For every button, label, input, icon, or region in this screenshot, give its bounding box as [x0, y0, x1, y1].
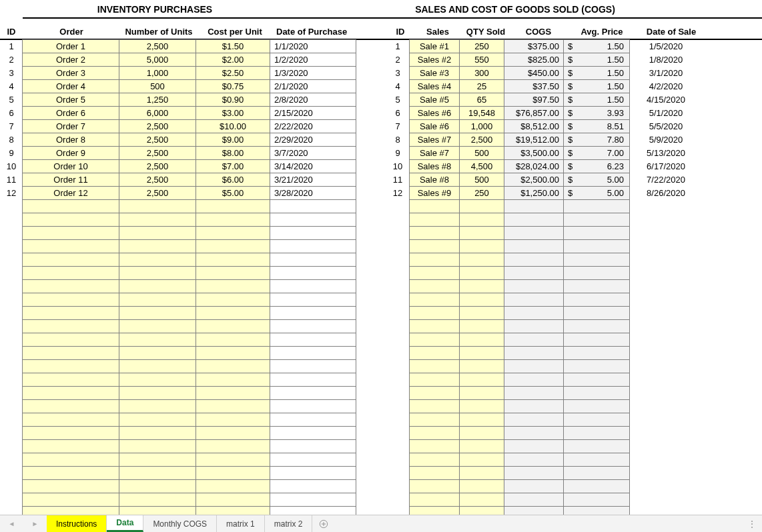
cell-id2[interactable] [386, 440, 410, 453]
cell-cost[interactable] [196, 239, 270, 253]
cell-avg-price[interactable] [563, 266, 630, 280]
cell-order[interactable]: Order 2 [22, 53, 119, 67]
cell-cost[interactable]: $5.00 [196, 186, 270, 200]
cell-cost[interactable] [196, 439, 270, 453]
cell-id2[interactable]: 9 [386, 147, 410, 160]
cell-date-purchase[interactable] [270, 506, 356, 515]
cell-id2[interactable] [386, 427, 410, 440]
cell-units[interactable]: 500 [119, 79, 196, 93]
cell-order[interactable]: Order 11 [22, 173, 119, 187]
cell-id[interactable]: 10 [0, 160, 23, 173]
cell-sale[interactable] [409, 279, 460, 293]
cell-qty[interactable]: 550 [459, 53, 504, 67]
hdr-id[interactable]: ID [0, 25, 23, 39]
hdr-date-purchase[interactable]: Date of Purchase [272, 25, 359, 39]
cell-date-purchase[interactable]: 2/29/2020 [270, 133, 356, 147]
cell-units[interactable] [119, 493, 196, 507]
cell-qty[interactable]: 4,500 [459, 159, 504, 173]
cell-cost[interactable] [196, 413, 270, 427]
cell-id[interactable]: 8 [0, 133, 23, 147]
cell-avg-price[interactable]: $1.50 [563, 66, 630, 80]
hdr-order[interactable]: Order [23, 25, 120, 39]
cell-date-sale[interactable]: 4/15/2020 [630, 93, 702, 107]
cell-order[interactable] [22, 506, 119, 515]
cell-date-purchase[interactable] [270, 306, 356, 320]
cell-qty[interactable]: 65 [459, 93, 504, 107]
cell-date-purchase[interactable] [270, 213, 356, 227]
cell-id[interactable]: 5 [0, 93, 23, 107]
cell-id[interactable]: 7 [0, 120, 23, 133]
cell-cost[interactable] [196, 266, 270, 280]
cell-date-purchase[interactable]: 2/1/2020 [270, 79, 356, 93]
cell-order[interactable] [22, 359, 119, 373]
cell-sale[interactable] [409, 413, 460, 427]
tab-monthly-cogs[interactable]: Monthly COGS [143, 515, 217, 532]
cell-avg-price[interactable] [563, 479, 630, 493]
cell-id2[interactable] [386, 200, 410, 213]
cell-id2[interactable] [386, 320, 410, 333]
cell-avg-price[interactable] [563, 333, 630, 347]
cell-order[interactable] [22, 413, 119, 427]
cell-cost[interactable]: $2.50 [196, 66, 270, 80]
cell-order[interactable]: Order 1 [22, 39, 119, 53]
cell-id[interactable]: 4 [0, 80, 23, 93]
cell-avg-price[interactable] [563, 453, 630, 467]
cell-date-purchase[interactable] [270, 373, 356, 387]
cell-avg-price[interactable]: $1.50 [563, 39, 630, 53]
cell-sale[interactable] [409, 386, 460, 400]
cell-date-purchase[interactable] [270, 466, 356, 480]
table-row[interactable] [0, 480, 762, 493]
cell-date-purchase[interactable] [270, 453, 356, 467]
hdr-cogs[interactable]: COGS [508, 25, 568, 39]
cell-id2[interactable]: 11 [386, 173, 410, 187]
cell-cogs[interactable] [504, 426, 564, 440]
cell-date-purchase[interactable]: 3/28/2020 [270, 186, 356, 200]
cell-cogs[interactable]: $3,500.00 [504, 146, 564, 160]
cell-cogs[interactable]: $28,024.00 [504, 159, 564, 173]
tab-instructions[interactable]: Instructions [47, 515, 107, 532]
table-row[interactable]: 3Order 31,000$2.501/3/20203Sale #3300$45… [0, 67, 762, 80]
cell-units[interactable]: 5,000 [119, 53, 196, 67]
hdr-units[interactable]: Number of Units [120, 25, 198, 39]
cell-id2[interactable] [386, 213, 410, 227]
cell-order[interactable] [22, 466, 119, 480]
cell-id2[interactable] [386, 267, 410, 280]
cell-id[interactable] [0, 307, 23, 320]
cell-cost[interactable]: $7.00 [196, 159, 270, 173]
cell-date-purchase[interactable] [270, 199, 356, 213]
cell-avg-price[interactable]: $6.23 [563, 159, 630, 173]
cell-avg-price[interactable]: $5.00 [563, 186, 630, 200]
cell-cogs[interactable] [504, 213, 564, 227]
cell-sale[interactable] [409, 359, 460, 373]
cell-date-purchase[interactable] [270, 239, 356, 253]
cell-sale[interactable] [409, 293, 460, 307]
cell-cogs[interactable] [504, 359, 564, 373]
cell-order[interactable] [22, 213, 119, 227]
cell-date-sale[interactable] [630, 307, 702, 320]
cell-id[interactable] [0, 440, 23, 453]
cell-units[interactable] [119, 319, 196, 333]
cell-sale[interactable]: Sales #4 [409, 79, 460, 93]
cell-cogs[interactable] [504, 346, 564, 360]
cell-units[interactable]: 2,500 [119, 186, 196, 200]
cell-date-sale[interactable] [630, 280, 702, 293]
hdr-cost[interactable]: Cost per Unit [198, 25, 272, 39]
cell-cost[interactable]: $0.90 [196, 93, 270, 107]
cell-order[interactable] [22, 453, 119, 467]
table-row[interactable] [0, 293, 762, 307]
cell-avg-price[interactable] [563, 306, 630, 320]
cell-sale[interactable]: Sale #3 [409, 66, 460, 80]
cell-cogs[interactable] [504, 479, 564, 493]
tab-matrix-1[interactable]: matrix 1 [217, 515, 265, 532]
table-row[interactable] [0, 280, 762, 293]
cell-avg-price[interactable] [563, 426, 630, 440]
cell-date-sale[interactable] [630, 400, 702, 413]
cell-date-purchase[interactable] [270, 346, 356, 360]
cell-id2[interactable]: 4 [386, 80, 410, 93]
cell-id[interactable] [0, 507, 23, 515]
cell-units[interactable] [119, 466, 196, 480]
cell-id[interactable] [0, 240, 23, 253]
cell-cost[interactable] [196, 293, 270, 307]
cell-order[interactable] [22, 399, 119, 413]
cell-date-sale[interactable]: 5/1/2020 [630, 107, 702, 120]
